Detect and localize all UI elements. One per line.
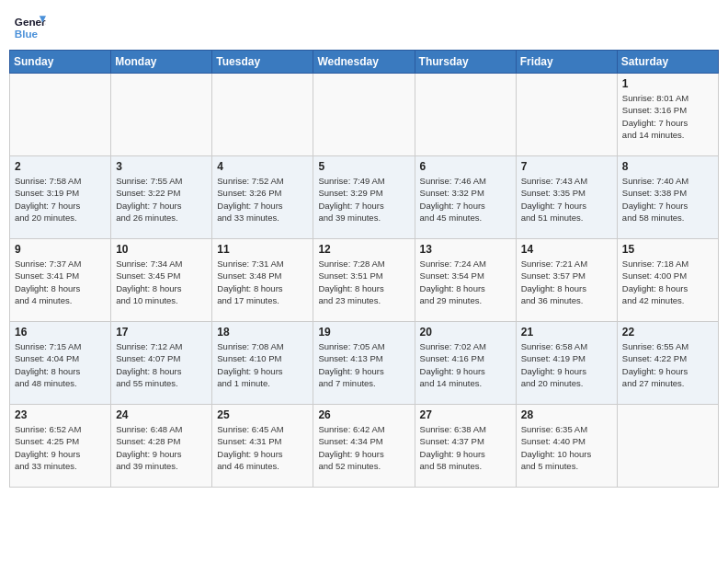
calendar-cell: 26Sunrise: 6:42 AM Sunset: 4:34 PM Dayli… bbox=[313, 405, 415, 488]
day-info: Sunrise: 6:42 AM Sunset: 4:34 PM Dayligh… bbox=[318, 423, 409, 472]
calendar-cell: 23Sunrise: 6:52 AM Sunset: 4:25 PM Dayli… bbox=[10, 405, 111, 488]
calendar-cell bbox=[313, 74, 415, 156]
calendar-cell bbox=[10, 74, 111, 156]
day-number: 23 bbox=[15, 408, 106, 421]
day-number: 8 bbox=[622, 160, 713, 173]
day-number: 10 bbox=[116, 243, 207, 256]
calendar-cell: 16Sunrise: 7:15 AM Sunset: 4:04 PM Dayli… bbox=[10, 322, 111, 405]
weekday-header-saturday: Saturday bbox=[617, 51, 718, 74]
day-info: Sunrise: 8:01 AM Sunset: 3:16 PM Dayligh… bbox=[622, 92, 713, 141]
day-info: Sunrise: 7:40 AM Sunset: 3:38 PM Dayligh… bbox=[622, 175, 713, 224]
calendar-cell: 1Sunrise: 8:01 AM Sunset: 3:16 PM Daylig… bbox=[617, 74, 718, 156]
day-info: Sunrise: 7:37 AM Sunset: 3:41 PM Dayligh… bbox=[15, 258, 106, 306]
day-info: Sunrise: 6:52 AM Sunset: 4:25 PM Dayligh… bbox=[15, 423, 106, 472]
day-number: 6 bbox=[420, 160, 511, 173]
day-number: 13 bbox=[420, 243, 511, 256]
calendar-cell: 15Sunrise: 7:18 AM Sunset: 4:00 PM Dayli… bbox=[617, 239, 718, 322]
calendar-cell bbox=[415, 74, 516, 156]
calendar-cell: 24Sunrise: 6:48 AM Sunset: 4:28 PM Dayli… bbox=[111, 405, 212, 488]
day-info: Sunrise: 7:18 AM Sunset: 4:00 PM Dayligh… bbox=[622, 258, 713, 306]
day-number: 25 bbox=[217, 408, 308, 421]
calendar-cell: 14Sunrise: 7:21 AM Sunset: 3:57 PM Dayli… bbox=[516, 239, 617, 322]
calendar-cell bbox=[617, 405, 718, 488]
day-number: 4 bbox=[217, 160, 308, 173]
weekday-header-friday: Friday bbox=[516, 51, 617, 74]
day-number: 21 bbox=[521, 326, 612, 339]
calendar-cell: 27Sunrise: 6:38 AM Sunset: 4:37 PM Dayli… bbox=[415, 405, 516, 488]
day-number: 11 bbox=[217, 243, 308, 256]
day-number: 26 bbox=[318, 408, 409, 421]
day-info: Sunrise: 7:28 AM Sunset: 3:51 PM Dayligh… bbox=[318, 258, 409, 306]
day-number: 5 bbox=[318, 160, 409, 173]
day-number: 12 bbox=[318, 243, 409, 256]
calendar-cell: 12Sunrise: 7:28 AM Sunset: 3:51 PM Dayli… bbox=[313, 239, 415, 322]
day-number: 18 bbox=[217, 326, 308, 339]
weekday-header-monday: Monday bbox=[111, 51, 212, 74]
day-number: 22 bbox=[622, 326, 713, 339]
day-info: Sunrise: 7:52 AM Sunset: 3:26 PM Dayligh… bbox=[217, 175, 308, 224]
calendar-cell: 17Sunrise: 7:12 AM Sunset: 4:07 PM Dayli… bbox=[111, 322, 212, 405]
day-info: Sunrise: 7:34 AM Sunset: 3:45 PM Dayligh… bbox=[116, 258, 207, 306]
weekday-header-tuesday: Tuesday bbox=[212, 51, 313, 74]
calendar-cell: 18Sunrise: 7:08 AM Sunset: 4:10 PM Dayli… bbox=[212, 322, 313, 405]
day-number: 24 bbox=[116, 408, 207, 421]
weekday-header-wednesday: Wednesday bbox=[313, 51, 415, 74]
calendar-cell: 13Sunrise: 7:24 AM Sunset: 3:54 PM Dayli… bbox=[415, 239, 516, 322]
day-number: 9 bbox=[15, 243, 106, 256]
calendar-cell: 22Sunrise: 6:55 AM Sunset: 4:22 PM Dayli… bbox=[617, 322, 718, 405]
day-info: Sunrise: 7:55 AM Sunset: 3:22 PM Dayligh… bbox=[116, 175, 207, 224]
calendar-cell: 25Sunrise: 6:45 AM Sunset: 4:31 PM Dayli… bbox=[212, 405, 313, 488]
calendar-cell: 19Sunrise: 7:05 AM Sunset: 4:13 PM Dayli… bbox=[313, 322, 415, 405]
calendar-cell: 8Sunrise: 7:40 AM Sunset: 3:38 PM Daylig… bbox=[617, 156, 718, 239]
calendar-header: SundayMondayTuesdayWednesdayThursdayFrid… bbox=[10, 51, 719, 74]
day-info: Sunrise: 7:12 AM Sunset: 4:07 PM Dayligh… bbox=[116, 340, 207, 389]
calendar-cell bbox=[516, 74, 617, 156]
calendar-table: SundayMondayTuesdayWednesdayThursdayFrid… bbox=[9, 50, 719, 488]
day-info: Sunrise: 6:45 AM Sunset: 4:31 PM Dayligh… bbox=[217, 423, 308, 472]
calendar-cell: 21Sunrise: 6:58 AM Sunset: 4:19 PM Dayli… bbox=[516, 322, 617, 405]
day-info: Sunrise: 7:58 AM Sunset: 3:19 PM Dayligh… bbox=[15, 175, 106, 224]
day-info: Sunrise: 7:05 AM Sunset: 4:13 PM Dayligh… bbox=[318, 340, 409, 389]
day-info: Sunrise: 7:15 AM Sunset: 4:04 PM Dayligh… bbox=[15, 340, 106, 389]
calendar-cell: 20Sunrise: 7:02 AM Sunset: 4:16 PM Dayli… bbox=[415, 322, 516, 405]
calendar-cell: 3Sunrise: 7:55 AM Sunset: 3:22 PM Daylig… bbox=[111, 156, 212, 239]
calendar-cell: 7Sunrise: 7:43 AM Sunset: 3:35 PM Daylig… bbox=[516, 156, 617, 239]
day-number: 1 bbox=[622, 77, 713, 90]
day-info: Sunrise: 6:48 AM Sunset: 4:28 PM Dayligh… bbox=[116, 423, 207, 472]
day-info: Sunrise: 6:38 AM Sunset: 4:37 PM Dayligh… bbox=[420, 423, 511, 472]
logo: General Blue bbox=[13, 9, 46, 42]
day-number: 17 bbox=[116, 326, 207, 339]
day-info: Sunrise: 6:58 AM Sunset: 4:19 PM Dayligh… bbox=[521, 340, 612, 389]
calendar-cell: 4Sunrise: 7:52 AM Sunset: 3:26 PM Daylig… bbox=[212, 156, 313, 239]
weekday-header-sunday: Sunday bbox=[10, 51, 111, 74]
calendar-cell: 6Sunrise: 7:46 AM Sunset: 3:32 PM Daylig… bbox=[415, 156, 516, 239]
calendar-week-0: 1Sunrise: 8:01 AM Sunset: 3:16 PM Daylig… bbox=[10, 74, 719, 156]
day-info: Sunrise: 7:49 AM Sunset: 3:29 PM Dayligh… bbox=[318, 175, 409, 224]
calendar-cell: 9Sunrise: 7:37 AM Sunset: 3:41 PM Daylig… bbox=[10, 239, 111, 322]
day-number: 16 bbox=[15, 326, 106, 339]
day-info: Sunrise: 6:35 AM Sunset: 4:40 PM Dayligh… bbox=[521, 423, 612, 472]
calendar-cell: 2Sunrise: 7:58 AM Sunset: 3:19 PM Daylig… bbox=[10, 156, 111, 239]
day-number: 2 bbox=[15, 160, 106, 173]
day-number: 19 bbox=[318, 326, 409, 339]
calendar-cell: 28Sunrise: 6:35 AM Sunset: 4:40 PM Dayli… bbox=[516, 405, 617, 488]
day-number: 28 bbox=[521, 408, 612, 421]
calendar-week-3: 16Sunrise: 7:15 AM Sunset: 4:04 PM Dayli… bbox=[10, 322, 719, 405]
day-info: Sunrise: 7:24 AM Sunset: 3:54 PM Dayligh… bbox=[420, 258, 511, 306]
logo-icon: General Blue bbox=[13, 9, 46, 42]
calendar-week-2: 9Sunrise: 7:37 AM Sunset: 3:41 PM Daylig… bbox=[10, 239, 719, 322]
day-info: Sunrise: 7:31 AM Sunset: 3:48 PM Dayligh… bbox=[217, 258, 308, 306]
calendar-cell bbox=[111, 74, 212, 156]
svg-text:Blue: Blue bbox=[15, 28, 39, 40]
day-info: Sunrise: 7:08 AM Sunset: 4:10 PM Dayligh… bbox=[217, 340, 308, 389]
calendar-week-1: 2Sunrise: 7:58 AM Sunset: 3:19 PM Daylig… bbox=[10, 156, 719, 239]
day-info: Sunrise: 7:46 AM Sunset: 3:32 PM Dayligh… bbox=[420, 175, 511, 224]
day-info: Sunrise: 7:21 AM Sunset: 3:57 PM Dayligh… bbox=[521, 258, 612, 306]
day-number: 20 bbox=[420, 326, 511, 339]
calendar-cell: 10Sunrise: 7:34 AM Sunset: 3:45 PM Dayli… bbox=[111, 239, 212, 322]
day-number: 27 bbox=[420, 408, 511, 421]
calendar-cell: 11Sunrise: 7:31 AM Sunset: 3:48 PM Dayli… bbox=[212, 239, 313, 322]
day-info: Sunrise: 7:43 AM Sunset: 3:35 PM Dayligh… bbox=[521, 175, 612, 224]
calendar-week-4: 23Sunrise: 6:52 AM Sunset: 4:25 PM Dayli… bbox=[10, 405, 719, 488]
calendar-cell: 5Sunrise: 7:49 AM Sunset: 3:29 PM Daylig… bbox=[313, 156, 415, 239]
